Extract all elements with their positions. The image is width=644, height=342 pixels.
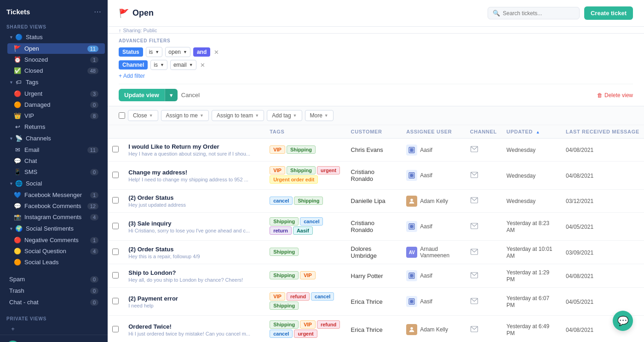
- table-row[interactable]: Change my address!Help! I need to change…: [108, 162, 644, 190]
- ticket-tag[interactable]: VIP: [300, 271, 316, 279]
- table-row[interactable]: Ordered Twice!Hi I just ordered twice by…: [108, 316, 644, 342]
- row-checkbox[interactable]: [112, 326, 119, 332]
- sidebar-item-negative-comments[interactable]: 🔴 Negative Comments 1: [7, 235, 105, 245]
- row-checkbox-cell[interactable]: [108, 288, 124, 316]
- status-value-select[interactable]: open ▼: [165, 47, 190, 57]
- row-checkbox[interactable]: [112, 272, 119, 278]
- sidebar-item-chat-chat[interactable]: Chat - chat 0: [3, 297, 105, 307]
- sidebar-item-status-group[interactable]: ▼ 🔵 Status: [3, 32, 105, 42]
- sidebar-item-vip[interactable]: 👑 VIP 8: [7, 110, 105, 121]
- ticket-tag[interactable]: Urgent order edit: [270, 175, 318, 184]
- assign-team-button[interactable]: Assign to team ▼: [212, 110, 264, 121]
- ticket-tag[interactable]: refund: [287, 292, 310, 301]
- row-checkbox[interactable]: [112, 172, 119, 178]
- delete-view-button[interactable]: 🗑 Delete view: [597, 92, 633, 99]
- cancel-button[interactable]: Cancel: [181, 92, 200, 99]
- ticket-tag[interactable]: Shipping: [287, 145, 316, 154]
- row-checkbox-cell[interactable]: [108, 190, 124, 213]
- row-checkbox-cell[interactable]: [108, 162, 124, 190]
- row-checkbox[interactable]: [112, 249, 119, 255]
- close-toolbar-button[interactable]: Close ▼: [128, 110, 158, 121]
- sidebar-item-sms[interactable]: 📱 SMS 0: [7, 167, 105, 177]
- row-checkbox-cell[interactable]: [108, 213, 124, 241]
- assign-me-button[interactable]: Assign to me ▼: [161, 110, 209, 121]
- ticket-tag[interactable]: VIP: [270, 145, 285, 154]
- ticket-tag[interactable]: Shipping: [270, 271, 299, 279]
- row-checkbox-cell[interactable]: [108, 139, 124, 162]
- table-row[interactable]: (2) Order StatusHey just updated address…: [108, 190, 644, 213]
- table-row[interactable]: (2) Payment errorI need helpVIPrefundcan…: [108, 288, 644, 316]
- ticket-tag[interactable]: Shipping: [270, 320, 299, 329]
- sidebar-item-social-question[interactable]: 🟡 Social Question 4: [7, 246, 105, 256]
- sidebar-item-add-private[interactable]: +: [3, 324, 105, 334]
- channel-value-select[interactable]: email ▼: [170, 60, 196, 70]
- more-options-icon[interactable]: ⋯: [94, 7, 101, 16]
- ticket-tag[interactable]: urgent: [294, 330, 317, 338]
- channel-filter-badge[interactable]: Channel: [119, 60, 148, 70]
- add-filter-button[interactable]: + Add filter: [119, 73, 633, 79]
- create-ticket-button[interactable]: Create ticket: [584, 6, 633, 20]
- sidebar-item-fb-comments[interactable]: 💬 Facebook Comments 12: [7, 201, 105, 211]
- row-checkbox[interactable]: [112, 146, 119, 152]
- row-checkbox-cell[interactable]: [108, 241, 124, 264]
- row-checkbox[interactable]: [112, 197, 119, 203]
- sidebar-item-social-leads[interactable]: 🟠 Social Leads: [7, 257, 105, 267]
- sidebar-item-fb-messenger[interactable]: 💙 Facebook Messenger 1: [7, 190, 105, 200]
- ticket-tag[interactable]: Shipping: [270, 248, 299, 256]
- ticket-tag[interactable]: VIP: [270, 166, 285, 174]
- ticket-tag[interactable]: VIP: [300, 320, 316, 329]
- row-checkbox[interactable]: [112, 298, 119, 304]
- status-filter-badge[interactable]: Status: [119, 47, 143, 57]
- sidebar-item-open[interactable]: 🚩 Open 11: [7, 43, 105, 54]
- sidebar-item-returns[interactable]: ↩ Returns: [7, 122, 105, 132]
- ticket-tag[interactable]: Aasif: [293, 226, 313, 235]
- ticket-channel-cell: [466, 213, 502, 241]
- sidebar-item-chat[interactable]: 💬 Chat: [7, 156, 105, 166]
- sidebar-item-closed[interactable]: ✅ Closed 48: [7, 65, 105, 76]
- sidebar-item-spam[interactable]: Spam 0: [3, 274, 105, 284]
- ticket-tag[interactable]: cancel: [270, 330, 293, 338]
- sidebar-item-email[interactable]: ✉ Email 11: [7, 145, 105, 155]
- channel-op-select[interactable]: is ▼: [150, 60, 167, 70]
- ticket-tag[interactable]: return: [270, 226, 292, 235]
- update-view-dropdown[interactable]: ▼: [165, 89, 178, 101]
- sidebar-item-instagram[interactable]: 📸 Instagram Comments 4: [7, 212, 105, 222]
- status-op-select[interactable]: is ▼: [146, 47, 163, 57]
- sidebar-item-trash[interactable]: Trash 0: [3, 285, 105, 296]
- ticket-tag[interactable]: urgent: [317, 166, 340, 174]
- ticket-tag[interactable]: Shipping: [287, 166, 316, 174]
- update-view-button[interactable]: Update view: [119, 89, 165, 101]
- sidebar-item-social-group[interactable]: ▼ 🌐 Social: [3, 178, 105, 189]
- search-box[interactable]: 🔍: [488, 7, 580, 19]
- sidebar-item-damaged[interactable]: 🟠 Damaged 0: [7, 99, 105, 110]
- ticket-tag[interactable]: Shipping: [294, 197, 323, 205]
- and-badge[interactable]: and: [193, 47, 210, 57]
- row-checkbox[interactable]: [112, 223, 119, 229]
- ticket-tag[interactable]: refund: [317, 320, 340, 329]
- ticket-tag[interactable]: cancel: [300, 217, 323, 226]
- ticket-tag[interactable]: VIP: [270, 292, 285, 301]
- row-checkbox-cell[interactable]: [108, 264, 124, 288]
- chat-bubble-button[interactable]: 💬: [613, 311, 633, 331]
- ticket-subject: (2) Order Status: [128, 246, 260, 253]
- sidebar-item-social-sentiments-group[interactable]: ▼ 🌍 Social Sentiments: [3, 223, 105, 234]
- search-input[interactable]: [503, 10, 575, 17]
- close-status-filter-icon[interactable]: ✕: [214, 49, 219, 56]
- table-row[interactable]: Ship to London?Hey all, do you ship to L…: [108, 264, 644, 288]
- ticket-tag[interactable]: cancel: [311, 292, 334, 301]
- sidebar-item-channels-group[interactable]: ▼ 📡 Channels: [3, 133, 105, 144]
- table-row[interactable]: (3) Sale inquiryHi Cristiano, sorry to l…: [108, 213, 644, 241]
- table-row[interactable]: I would Like to Return my OrderHey I hav…: [108, 139, 644, 162]
- ticket-tag[interactable]: Shipping: [270, 217, 299, 226]
- select-all-checkbox[interactable]: [119, 112, 125, 119]
- table-row[interactable]: (2) Order StatusHey this is a repair, fo…: [108, 241, 644, 264]
- sidebar-item-snoozed[interactable]: ⏰ Snoozed 1: [7, 54, 105, 65]
- row-checkbox-cell[interactable]: [108, 316, 124, 342]
- sidebar-item-tags-group[interactable]: ▼ 🏷 Tags: [3, 77, 105, 87]
- sidebar-item-urgent[interactable]: 🔴 Urgent 3: [7, 88, 105, 99]
- ticket-tag[interactable]: cancel: [270, 197, 293, 205]
- more-button[interactable]: More ▼: [305, 110, 334, 121]
- ticket-tag[interactable]: Shipping: [270, 301, 299, 310]
- add-tag-button[interactable]: Add tag ▼: [267, 110, 302, 121]
- close-channel-filter-icon[interactable]: ✕: [200, 62, 205, 69]
